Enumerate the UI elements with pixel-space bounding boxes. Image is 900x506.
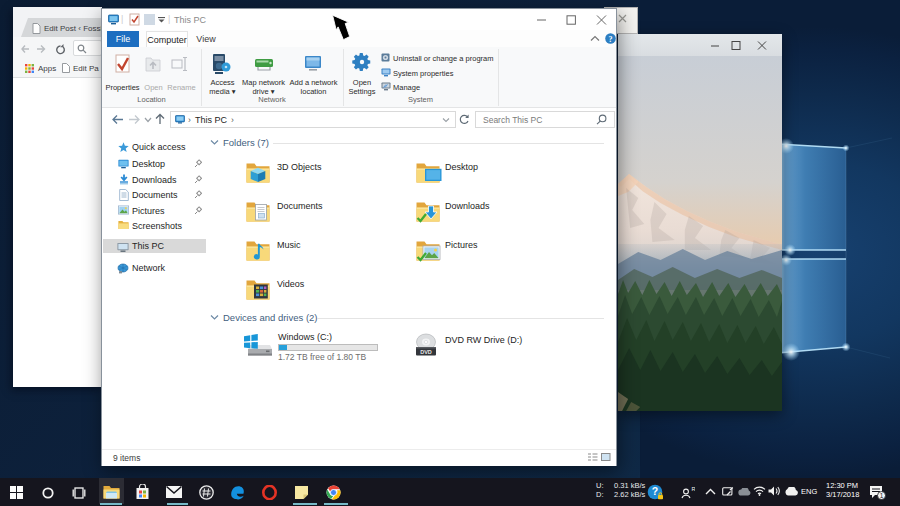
svg-text:1: 1 xyxy=(880,492,884,499)
svg-text:DVD: DVD xyxy=(420,349,432,355)
svg-text:?: ? xyxy=(609,35,613,44)
svg-text:?: ? xyxy=(652,485,658,497)
svg-text:R: R xyxy=(692,486,696,492)
